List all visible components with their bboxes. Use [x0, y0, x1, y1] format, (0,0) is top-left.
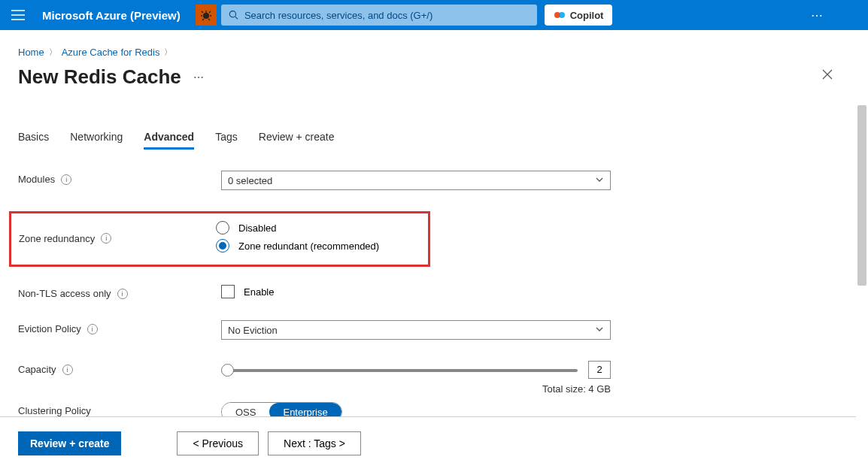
footer-bar: Review + create < Previous Next : Tags >: [0, 416, 856, 469]
svg-point-3: [559, 12, 565, 18]
content-scroll: Home 〉 Azure Cache for Redis 〉 New Redis…: [0, 30, 856, 416]
clustering-enterprise-option[interactable]: Enterprise: [269, 403, 341, 416]
page-title: New Redis Cache: [18, 65, 181, 89]
zone-redundancy-label: Zone redundancy: [19, 233, 95, 244]
review-create-button[interactable]: Review + create: [18, 431, 121, 455]
info-icon[interactable]: i: [61, 174, 71, 185]
tab-review-create[interactable]: Review + create: [259, 131, 335, 150]
breadcrumb-home[interactable]: Home: [18, 47, 44, 58]
copilot-label: Copilot: [570, 10, 604, 21]
capacity-label: Capacity: [18, 364, 56, 375]
form-advanced: Modules i 0 selected Zone redundancy: [18, 171, 842, 416]
tab-networking[interactable]: Networking: [70, 131, 123, 150]
clustering-oss-option[interactable]: OSS: [222, 403, 269, 416]
clustering-segmented: OSS Enterprise: [221, 402, 342, 416]
clustering-label: Clustering Policy: [18, 405, 91, 416]
slider-track: [221, 369, 578, 372]
modules-select[interactable]: 0 selected: [221, 171, 611, 190]
slider-thumb-icon[interactable]: [221, 364, 234, 377]
zone-redundancy-redundant-radio[interactable]: Zone redundant (recommended): [216, 239, 420, 253]
radio-checked-icon: [216, 239, 229, 253]
search-box[interactable]: [221, 5, 537, 26]
topbar-more-icon[interactable]: ⋯: [802, 0, 832, 30]
zone-redundant-label: Zone redundant (recommended): [238, 241, 379, 252]
close-icon[interactable]: [821, 68, 839, 86]
scrollbar-thumb[interactable]: [857, 105, 866, 286]
top-bar: Microsoft Azure (Preview) Copilot ⋯: [0, 0, 868, 30]
eviction-label: Eviction Policy: [18, 323, 81, 334]
non-tls-enable-checkbox[interactable]: Enable: [221, 285, 611, 298]
next-tags-button[interactable]: Next : Tags >: [268, 431, 361, 455]
eviction-value: No Eviction: [228, 325, 278, 336]
bug-icon[interactable]: [196, 5, 217, 26]
svg-point-0: [203, 13, 209, 19]
zone-redundancy-disabled-radio[interactable]: Disabled: [216, 221, 420, 234]
checkbox-unchecked-icon: [221, 285, 235, 298]
info-icon[interactable]: i: [101, 233, 111, 244]
capacity-value[interactable]: 2: [588, 361, 611, 379]
previous-button[interactable]: < Previous: [177, 431, 259, 455]
tab-bar: Basics Networking Advanced Tags Review +…: [18, 131, 842, 150]
zone-disabled-label: Disabled: [238, 222, 277, 234]
modules-label: Modules: [18, 174, 55, 185]
page-more-icon[interactable]: ⋯: [193, 71, 205, 83]
brand-label[interactable]: Microsoft Azure (Preview): [42, 9, 181, 22]
eviction-select[interactable]: No Eviction: [221, 320, 611, 340]
chevron-right-icon: 〉: [49, 47, 57, 58]
breadcrumb-service[interactable]: Azure Cache for Redis: [62, 47, 160, 58]
chevron-down-icon: [595, 175, 604, 186]
radio-unchecked-icon: [216, 221, 229, 234]
capacity-slider[interactable]: [221, 363, 578, 377]
capacity-total-size: Total size: 4 GB: [221, 383, 611, 395]
hamburger-menu-icon[interactable]: [9, 6, 27, 24]
info-icon[interactable]: i: [87, 324, 98, 334]
non-tls-checkbox-label: Enable: [244, 286, 274, 298]
breadcrumb: Home 〉 Azure Cache for Redis 〉: [18, 47, 842, 58]
modules-value: 0 selected: [228, 175, 272, 186]
info-icon[interactable]: i: [117, 289, 128, 299]
tab-tags[interactable]: Tags: [215, 131, 238, 150]
search-wrap: [221, 5, 537, 26]
tab-basics[interactable]: Basics: [18, 131, 49, 150]
chevron-right-icon: 〉: [164, 47, 172, 58]
copilot-button[interactable]: Copilot: [545, 5, 613, 26]
non-tls-label: Non-TLS access only: [18, 288, 111, 299]
zone-redundancy-highlight: Zone redundancy i Disabled Zone redundan…: [9, 211, 430, 267]
chevron-down-icon: [595, 325, 604, 336]
search-input[interactable]: [244, 10, 530, 21]
info-icon[interactable]: i: [62, 365, 73, 375]
tab-advanced[interactable]: Advanced: [144, 131, 194, 150]
svg-point-1: [229, 11, 235, 17]
